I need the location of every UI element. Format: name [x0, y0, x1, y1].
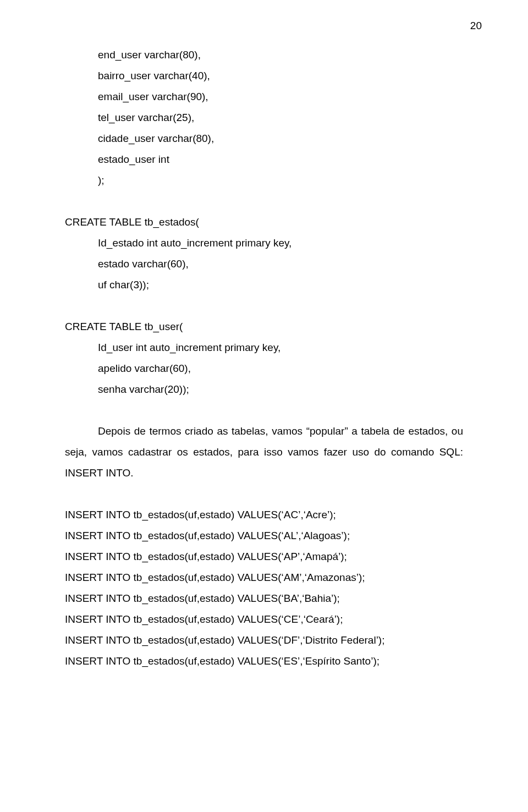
code-block-3: CREATE TABLE tb_user( Id_user int auto_i…	[65, 316, 463, 400]
code-line: email_user varchar(90),	[65, 86, 463, 107]
code-line: end_user varchar(80),	[65, 45, 463, 65]
code-line: INSERT INTO tb_estados(uf,estado) VALUES…	[65, 504, 463, 525]
code-line: cidade_user varchar(80),	[65, 128, 463, 149]
code-line: CREATE TABLE tb_user(	[65, 316, 463, 337]
code-line: INSERT INTO tb_estados(uf,estado) VALUES…	[65, 525, 463, 546]
code-line: INSERT INTO tb_estados(uf,estado) VALUES…	[65, 588, 463, 609]
code-line: CREATE TABLE tb_estados(	[65, 212, 463, 233]
code-line: bairro_user varchar(40),	[65, 65, 463, 86]
code-line: INSERT INTO tb_estados(uf,estado) VALUES…	[65, 609, 463, 630]
page-content: end_user varchar(80), bairro_user varcha…	[65, 45, 463, 672]
code-line: uf char(3));	[65, 275, 463, 295]
code-line: estado_user int	[65, 149, 463, 170]
page-number: 20	[470, 20, 482, 32]
code-line: INSERT INTO tb_estados(uf,estado) VALUES…	[65, 546, 463, 567]
code-line: apelido varchar(60),	[65, 358, 463, 379]
code-line: tel_user varchar(25),	[65, 107, 463, 128]
paragraph: Depois de termos criado as tabelas, vamo…	[65, 421, 463, 484]
code-line: );	[65, 170, 463, 191]
document-page: 20 end_user varchar(80), bairro_user var…	[0, 0, 528, 812]
code-line: INSERT INTO tb_estados(uf,estado) VALUES…	[65, 567, 463, 588]
code-line: Id_user int auto_increment primary key,	[65, 337, 463, 358]
code-line: estado varchar(60),	[65, 254, 463, 275]
code-line: INSERT INTO tb_estados(uf,estado) VALUES…	[65, 651, 463, 672]
code-block-2: CREATE TABLE tb_estados( Id_estado int a…	[65, 212, 463, 295]
code-line: INSERT INTO tb_estados(uf,estado) VALUES…	[65, 630, 463, 651]
code-block-1: end_user varchar(80), bairro_user varcha…	[65, 45, 463, 191]
code-line: Id_estado int auto_increment primary key…	[65, 233, 463, 254]
insert-block: INSERT INTO tb_estados(uf,estado) VALUES…	[65, 504, 463, 672]
code-line: senha varchar(20));	[65, 379, 463, 400]
